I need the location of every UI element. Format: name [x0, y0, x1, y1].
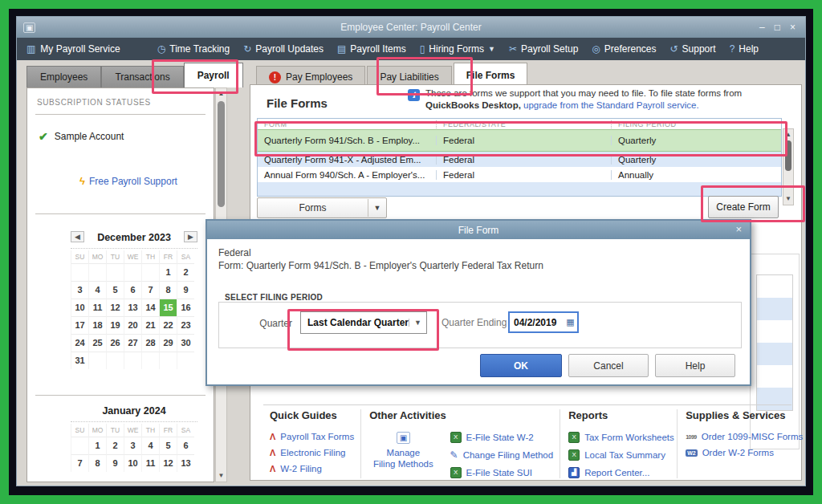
scrollbar-thumb[interactable]: [218, 101, 225, 207]
scroll-up-icon[interactable]: ▲: [783, 129, 793, 140]
scroll-down-icon[interactable]: ▼: [216, 470, 226, 482]
my-payroll-service-button[interactable]: ▥ My Payroll Service: [26, 43, 120, 55]
calendar-day[interactable]: 18: [88, 316, 106, 334]
calendar-day[interactable]: 5: [159, 437, 177, 454]
excel-icon: X: [568, 432, 580, 443]
calendar-day[interactable]: 9: [106, 454, 124, 472]
calendar-day[interactable]: 24: [71, 334, 88, 352]
toolbar-item-support[interactable]: ↺Support: [670, 43, 716, 55]
calendar-day[interactable]: 20: [124, 316, 141, 334]
create-form-button[interactable]: Create Form: [708, 196, 779, 218]
tab-employees[interactable]: Employees: [26, 66, 101, 87]
calendar-day[interactable]: 28: [141, 334, 159, 352]
quarter-ending-field[interactable]: 04/2/2019 ▦: [508, 311, 579, 333]
help-button[interactable]: Help: [655, 354, 735, 377]
link-e-file-state-w-2[interactable]: XE-File State W-2: [450, 432, 554, 443]
scroll-down-icon[interactable]: ▼: [783, 193, 793, 205]
link-electronic-filing[interactable]: ΛElectronic Filing: [270, 448, 354, 457]
tab-payroll[interactable]: Payroll: [184, 63, 243, 87]
calendar-day[interactable]: 13: [124, 299, 141, 316]
calendar-day[interactable]: 4: [88, 281, 106, 299]
calendar-day[interactable]: 2: [106, 437, 124, 454]
day-header: TU: [106, 424, 124, 437]
calendar-day[interactable]: 15: [159, 299, 177, 316]
quarter-dropdown[interactable]: Last Calendar Quarter ▼: [300, 311, 427, 334]
chevron-down-icon[interactable]: ▼: [409, 319, 426, 327]
table-scrollbar[interactable]: ▲ ▼: [783, 128, 794, 205]
chevron-down-icon[interactable]: ▼: [368, 199, 386, 217]
calendar-day[interactable]: 9: [177, 281, 194, 299]
calendar-day[interactable]: 4: [141, 437, 159, 454]
calendar-day[interactable]: 10: [71, 299, 88, 316]
calendar-day[interactable]: 3: [124, 437, 141, 454]
calendar-day[interactable]: 10: [124, 454, 141, 472]
free-payroll-support-link[interactable]: ϟ Free Payroll Support: [64, 175, 193, 187]
link-order-w-2-forms[interactable]: W2Order W-2 Forms: [686, 448, 803, 457]
calendar-day[interactable]: 2: [177, 263, 194, 281]
calendar-day[interactable]: 6: [124, 281, 141, 299]
calendar-day[interactable]: 27: [124, 334, 141, 352]
calendar-day[interactable]: 13: [177, 454, 194, 472]
table-row-empty: [258, 182, 781, 196]
calendar-day[interactable]: 7: [141, 281, 159, 299]
calendar-day[interactable]: 12: [106, 299, 124, 316]
toolbar-item-help[interactable]: ?Help: [730, 43, 759, 55]
calendar-day[interactable]: 17: [71, 316, 88, 334]
upgrade-link[interactable]: upgrade from the Standard Payroll servic…: [523, 100, 699, 110]
calendar-day[interactable]: 6: [177, 437, 194, 454]
calendar-day[interactable]: 14: [141, 299, 159, 316]
link-local-tax-summary[interactable]: XLocal Tax Summary: [568, 449, 670, 461]
calendar-day[interactable]: 7: [71, 454, 88, 472]
cancel-button[interactable]: Cancel: [568, 354, 649, 377]
calendar-day[interactable]: 1: [88, 437, 106, 454]
toolbar-item-time-tracking[interactable]: ◷Time Tracking: [157, 43, 230, 55]
link-manage-filing-methods[interactable]: ▣ManageFiling Methods: [369, 432, 437, 485]
dialog-close-icon[interactable]: ×: [735, 223, 742, 235]
next-month-icon[interactable]: ▶: [184, 231, 197, 242]
close-button[interactable]: ×: [790, 22, 796, 33]
prev-month-icon[interactable]: ◀: [71, 231, 84, 242]
maximize-button[interactable]: □: [775, 22, 780, 33]
scroll-up-icon[interactable]: ▲: [216, 88, 226, 100]
table-row[interactable]: Quarterly Form 941-X - Adjusted Em...Fed…: [258, 152, 781, 167]
link-w-2-filing[interactable]: ΛW-2 Filing: [270, 464, 354, 474]
link-order-1099-misc-forms[interactable]: 1099Order 1099-MISC Forms: [686, 432, 803, 441]
link-payroll-tax-forms[interactable]: ΛPayroll Tax Forms: [270, 432, 354, 441]
link-report-center[interactable]: ▟Report Center...: [568, 467, 670, 478]
calendar-day[interactable]: 3: [71, 281, 88, 299]
calendar-day[interactable]: 29: [159, 334, 177, 352]
toolbar-item-hiring-forms[interactable]: ▯Hiring Forms▼: [420, 43, 495, 55]
toolbar-item-preferences[interactable]: ◎Preferences: [592, 43, 656, 55]
calendar-day[interactable]: 8: [159, 281, 177, 299]
calendar-day[interactable]: 30: [177, 334, 194, 352]
calendar-day[interactable]: 31: [71, 352, 88, 369]
table-row[interactable]: Annual Form 940/Sch. A - Employer's...Fe…: [258, 167, 781, 182]
calendar-day[interactable]: 16: [177, 299, 194, 316]
table-row[interactable]: Quarterly Form 941/Sch. B - Employ...Fed…: [258, 129, 781, 152]
calendar-day[interactable]: 1: [159, 263, 177, 281]
calendar-day[interactable]: 26: [106, 334, 124, 352]
calendar-day[interactable]: 12: [159, 454, 177, 472]
calendar-icon[interactable]: ▦: [564, 317, 577, 327]
calendar-day[interactable]: 11: [88, 299, 106, 316]
calendar-day[interactable]: 19: [106, 316, 124, 334]
link-e-file-state-sui[interactable]: XE-File State SUI: [450, 467, 554, 478]
calendar-day[interactable]: 21: [141, 316, 159, 334]
calendar-day[interactable]: 23: [177, 316, 194, 334]
scrollbar-thumb[interactable]: [785, 140, 791, 171]
tab-transactions[interactable]: Transactions: [101, 66, 183, 87]
forms-dropdown-button[interactable]: Forms ▼: [257, 197, 387, 218]
toolbar-item-payroll-items[interactable]: ▤Payroll Items: [337, 43, 406, 55]
toolbar-item-payroll-setup[interactable]: ✂Payroll Setup: [509, 43, 578, 55]
toolbar-item-payroll-updates[interactable]: ↻Payroll Updates: [243, 43, 324, 55]
quarter-ending-label: Quarter Ending: [442, 317, 507, 328]
calendar-day[interactable]: 5: [106, 281, 124, 299]
calendar-day[interactable]: 22: [159, 316, 177, 334]
link-change-filing-method[interactable]: ✎Change Filing Method: [450, 449, 554, 461]
minimize-button[interactable]: –: [759, 22, 765, 33]
ok-button[interactable]: OK: [480, 354, 562, 377]
calendar-day[interactable]: 25: [88, 334, 106, 352]
calendar-day[interactable]: 11: [141, 454, 159, 472]
link-tax-form-worksheets[interactable]: XTax Form Worksheets: [568, 432, 670, 443]
calendar-day[interactable]: 8: [88, 454, 106, 472]
